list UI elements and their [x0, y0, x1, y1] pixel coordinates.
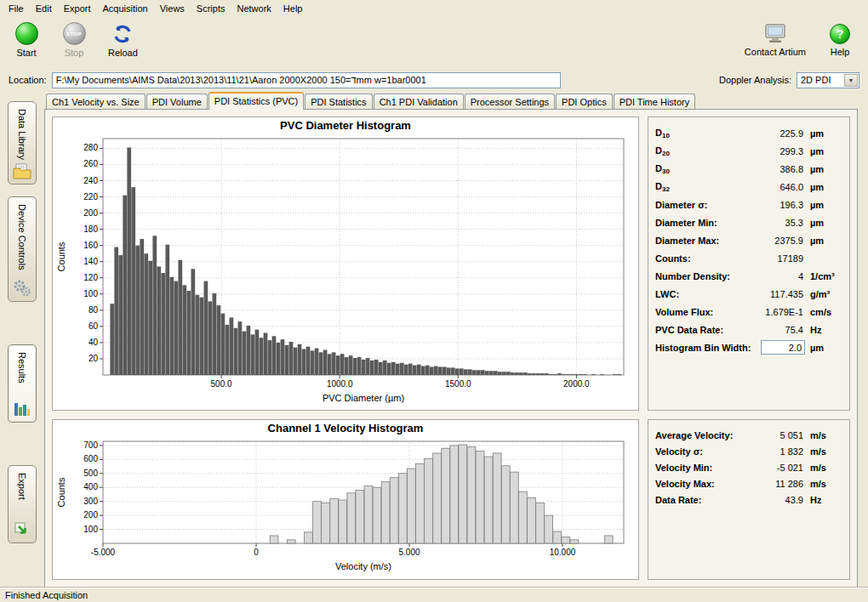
menu-item-acquisition[interactable]: Acquisition [97, 2, 154, 15]
help-icon-text: ? [837, 27, 844, 41]
stat-unit: µm [810, 182, 844, 192]
stat-value [757, 340, 810, 355]
stat-value: 4 [757, 271, 810, 281]
velocity-histogram-title: Channel 1 Velocity Histogram [268, 420, 424, 434]
stat-label: Diameter σ: [655, 200, 757, 210]
start-label: Start [16, 48, 36, 58]
stat-unit: µm [810, 236, 844, 246]
stat-label: Diameter Max: [655, 236, 757, 246]
start-button[interactable]: Start [9, 20, 44, 60]
menu-item-scripts[interactable]: Scripts [191, 2, 231, 15]
svg-text:20: 20 [89, 354, 99, 363]
stat-label: Data Rate: [655, 495, 757, 505]
sidebar-button-export[interactable]: Export [8, 465, 37, 543]
content-column: Ch1 Velocity vs. SizePDI VolumePDI Stati… [44, 91, 868, 588]
status-text: Finished Acquisition [5, 590, 88, 600]
stat-unit: m/s [810, 446, 844, 457]
doppler-analysis-select[interactable]: 2D PDI ▼ [797, 72, 859, 88]
stat-row-d10: D10225.9µm [655, 124, 844, 142]
reload-label: Reload [108, 48, 138, 58]
sidebar-label-data-library: Data Library [17, 109, 27, 160]
stat-unit: m/s [810, 463, 844, 473]
stat-value: 386.8 [757, 164, 810, 174]
stat-row-counts: Counts:17189 [655, 249, 844, 267]
stat-value: 35.3 [757, 218, 810, 228]
help-button[interactable]: ? Help [822, 20, 858, 60]
stat-label: D32 [655, 181, 757, 193]
menu-bar: FileEditExportAcquisitionViewsScriptsNet… [0, 0, 868, 16]
pvc-diameter-histogram-title: PVC Diameter Histogram [280, 117, 411, 132]
stat-unit: µm [810, 146, 844, 156]
stat-value: 11 286 [757, 479, 810, 489]
svg-text:180: 180 [83, 224, 98, 234]
svg-text:600: 600 [83, 454, 98, 463]
contact-artium-button[interactable]: Contact Artium [740, 20, 810, 60]
folder-icon [13, 163, 31, 179]
pvc-diameter-histogram-panel: PVC Diameter Histogram 20406080100120140… [52, 116, 639, 411]
svg-text:120: 120 [83, 273, 98, 282]
tab-pdi-volume[interactable]: PDI Volume [146, 94, 208, 109]
tab-ch1-pdi-validation[interactable]: Ch1 PDI Validation [374, 94, 464, 109]
stat-label: LWC: [655, 289, 757, 299]
stat-unit: µm [810, 218, 844, 228]
pvc-diameter-histogram-chart: 2040608010012014016018020022024026028050… [54, 132, 637, 404]
stop-button[interactable]: STOP Stop [56, 20, 92, 60]
svg-text:160: 160 [83, 241, 98, 250]
doppler-analysis-value: 2D PDI [797, 75, 844, 85]
stat-row-velocity: Velocity σ:1 832m/s [655, 443, 844, 459]
tab-pdi-statistics-pvc[interactable]: PDI Statistics (PVC) [208, 92, 304, 110]
toolbar-left-group: Start STOP Stop Reload [9, 20, 142, 60]
svg-text:140: 140 [83, 257, 98, 266]
stat-label: D30 [655, 163, 757, 175]
sidebar-label-export: Export [17, 473, 27, 500]
sidebar-button-results[interactable]: Results [8, 344, 37, 423]
svg-text:500.0: 500.0 [211, 379, 232, 389]
svg-text:-5.000: -5.000 [91, 548, 116, 557]
help-label: Help [831, 47, 850, 57]
stat-row-volume-flux: Volume Flux:1.679E-1cm/s [655, 303, 844, 321]
stat-row-d20: D20299.3µm [655, 142, 844, 160]
stat-row-number-density: Number Density:41/cm³ [655, 267, 844, 285]
stat-label: PVC Data Rate: [655, 325, 757, 335]
histogram-bin-width-input[interactable] [761, 340, 805, 355]
stat-label: Velocity Min: [655, 463, 757, 473]
stat-value: 196.3 [757, 200, 810, 210]
main-area: Data LibraryDevice ControlsResultsExport… [0, 91, 868, 588]
menu-item-file[interactable]: File [3, 2, 30, 15]
menu-item-network[interactable]: Network [231, 2, 277, 15]
menu-item-help[interactable]: Help [277, 2, 309, 15]
stat-value: 17189 [757, 253, 810, 264]
stat-row-d30: D30386.8µm [655, 160, 844, 178]
stat-unit: µm [810, 200, 844, 210]
stat-label: Average Velocity: [655, 430, 757, 440]
menu-item-export[interactable]: Export [58, 2, 97, 15]
tab-ch1-velocity-vs-size[interactable]: Ch1 Velocity vs. Size [46, 94, 146, 109]
reload-button[interactable]: Reload [104, 20, 142, 60]
sidebar-button-device-controls[interactable]: Device Controls [8, 196, 37, 302]
tab-processor-settings[interactable]: Processor Settings [465, 94, 555, 109]
stat-row-diameter-min: Diameter Min:35.3µm [655, 213, 844, 231]
location-input[interactable] [52, 72, 561, 88]
tab-pdi-optics[interactable]: PDI Optics [556, 94, 613, 109]
stat-row-diameter-max: Diameter Max:2375.9µm [655, 231, 844, 249]
stat-label-subscript: 32 [662, 185, 670, 193]
sidebar-button-data-library[interactable]: Data Library [8, 101, 37, 185]
stat-unit: µm [810, 343, 844, 353]
stat-value: 646.0 [757, 182, 810, 192]
stat-row-velocity-max: Velocity Max:11 286m/s [655, 475, 844, 491]
stat-value: 2375.9 [757, 236, 810, 246]
svg-text:0: 0 [254, 548, 259, 557]
stat-value: 5 051 [757, 430, 810, 440]
menu-item-edit[interactable]: Edit [30, 2, 58, 15]
reload-icon [111, 22, 134, 45]
svg-text:60: 60 [89, 321, 99, 331]
stat-value: 225.9 [757, 128, 810, 139]
help-icon: ? [830, 24, 850, 44]
menu-item-views[interactable]: Views [154, 2, 191, 15]
velocity-histogram-panel: Channel 1 Velocity Histogram 10020030040… [52, 419, 639, 580]
stat-label: Velocity Max: [655, 479, 757, 489]
tab-pdi-statistics[interactable]: PDI Statistics [305, 94, 372, 109]
tab-pdi-time-history[interactable]: PDI Time History [614, 94, 696, 109]
svg-text:300: 300 [83, 497, 98, 506]
chevron-down-icon[interactable]: ▼ [844, 74, 858, 87]
